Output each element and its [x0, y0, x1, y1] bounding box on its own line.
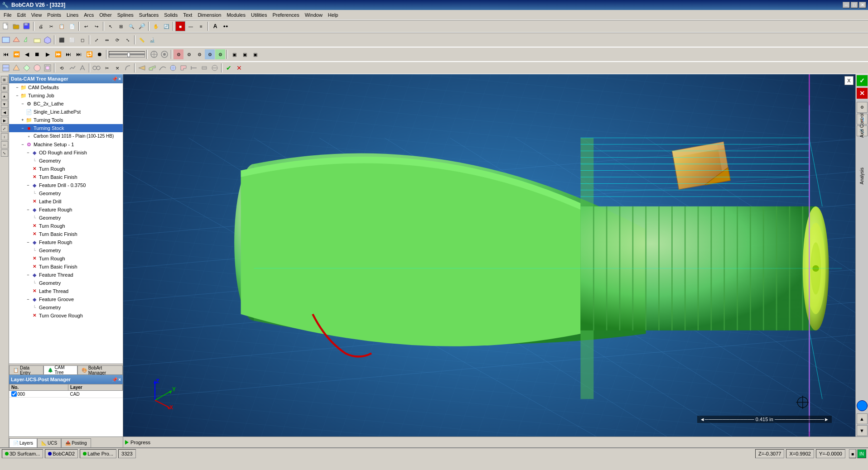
expand-feature-rough3[interactable]: − — [25, 240, 31, 245]
font-btn[interactable]: A — [210, 21, 220, 31]
tree-node-feature-rough3[interactable]: − ◆ Feature Rough — [9, 238, 123, 246]
t4-chain[interactable] — [92, 63, 101, 73]
menu-modules[interactable]: Modules — [224, 11, 248, 19]
view-iso-btn[interactable] — [43, 35, 53, 45]
cam-tool1[interactable]: ⚙ — [174, 49, 183, 59]
undo-btn[interactable]: ↩ — [81, 21, 91, 31]
tree-node-turn-basic-finish3[interactable]: ✕ Turn Basic Finish — [9, 263, 123, 271]
print-btn[interactable]: 🖨 — [36, 21, 46, 31]
menu-lines[interactable]: Lines — [64, 11, 81, 19]
pan-btn[interactable]: ✋ — [151, 21, 161, 31]
analyse-btn[interactable]: 🔬 — [147, 35, 157, 45]
menu-text[interactable]: Text — [180, 11, 195, 19]
t4-check[interactable]: ✔ — [224, 63, 234, 73]
layer-panel-close[interactable]: × — [118, 377, 121, 382]
redo-btn[interactable]: ↪ — [92, 21, 101, 31]
menu-solids[interactable]: Solids — [161, 11, 180, 19]
menu-preferences[interactable]: Preferences — [270, 11, 302, 19]
loop-btn[interactable]: 🔁 — [84, 49, 94, 59]
tree-node-turn-groove-rough[interactable]: ✕ Turn Groove Rough — [9, 312, 123, 320]
tree-node-geom3[interactable]: └ Geometry — [9, 214, 123, 222]
cam-post3[interactable]: ▣ — [250, 49, 260, 59]
viewport-close-btn[interactable]: X — [844, 76, 854, 85]
goto-start-btn[interactable]: ⏮ — [1, 49, 11, 59]
expand-feature-rough2[interactable]: − — [25, 207, 31, 212]
t4-trim[interactable]: ✂ — [102, 63, 112, 73]
tab-posting[interactable]: 📤 Posting — [61, 438, 91, 447]
tree-node-machine-setup[interactable]: − ⚙ Machine Setup - 1 — [9, 140, 123, 149]
status-red-1[interactable]: ✕ — [857, 88, 868, 99]
t4-1[interactable] — [1, 63, 11, 73]
cam-tree-close[interactable]: × — [118, 77, 121, 82]
zoom-out-btn[interactable]: 🔎 — [137, 21, 147, 31]
menu-dimension[interactable]: Dimension — [195, 11, 224, 19]
status-btn-2[interactable]: IN — [857, 449, 866, 458]
tab-bobart[interactable]: 🎨 BobArt Manager — [77, 365, 123, 374]
t4-3[interactable] — [22, 63, 32, 73]
rotate2-btn[interactable]: ⟳ — [112, 35, 122, 45]
expand-od-rough[interactable]: − — [25, 150, 31, 155]
zoom-all-btn[interactable]: ⊞ — [116, 21, 126, 31]
layer-panel-pin[interactable]: 📌 — [112, 377, 117, 382]
t4-lathe6[interactable] — [189, 63, 199, 73]
wireframe-btn[interactable]: ⬜ — [67, 35, 77, 45]
play-back-btn[interactable]: ◀ — [22, 49, 32, 59]
menu-utilities[interactable]: Utilities — [248, 11, 270, 19]
tree-node-feature-thread[interactable]: − ◆ Feature Thread — [9, 271, 123, 279]
t4-8[interactable] — [77, 63, 87, 73]
menu-splines[interactable]: Splines — [115, 11, 136, 19]
cam-tool5[interactable]: ⚙ — [215, 49, 225, 59]
layer-vis-0[interactable] — [11, 391, 17, 397]
select-btn[interactable]: ↖ — [106, 21, 116, 31]
expand-bc2x[interactable]: − — [20, 101, 25, 106]
color-btn[interactable]: ■ — [175, 21, 185, 31]
view-3d-btn[interactable] — [11, 35, 21, 45]
cam-post2[interactable]: ▣ — [240, 49, 250, 59]
t4-2[interactable] — [11, 63, 21, 73]
line-width-btn[interactable]: ≡ — [196, 21, 206, 31]
status-btn-1[interactable]: ■ — [849, 449, 856, 458]
t4-7[interactable] — [67, 63, 77, 73]
menu-edit[interactable]: Edit — [14, 11, 29, 19]
analysis-arrow-dn[interactable]: ▼ — [857, 425, 868, 436]
tab-data-entry[interactable]: 📋 Data Entry — [9, 365, 43, 374]
stop-btn[interactable]: ⏹ — [32, 49, 42, 59]
t4-lathe7[interactable] — [199, 63, 209, 73]
expand-cam-defaults[interactable]: − — [14, 85, 20, 90]
tab-layers[interactable]: 📄 Layers — [9, 438, 37, 447]
paste-btn[interactable]: 📄 — [67, 21, 77, 31]
strip-btn-2[interactable]: ⊠ — [1, 84, 8, 91]
strip-btn-3[interactable]: ▲ — [1, 92, 8, 100]
t4-lathe2[interactable] — [147, 63, 157, 73]
t4-lathe3[interactable] — [158, 63, 168, 73]
view-side-btn[interactable] — [22, 35, 32, 45]
shade-btn[interactable]: ⬛ — [57, 35, 67, 45]
strip-btn-7[interactable]: ⤢ — [1, 125, 8, 132]
strip-btn-5[interactable]: ◀ — [1, 109, 8, 116]
cam-tree-content[interactable]: − 📁 CAM Defaults − 📁 Turning Job − ⚙ BC_… — [9, 83, 123, 364]
step-fwd-btn[interactable]: ⏩ — [53, 49, 63, 59]
tree-node-feature-rough2[interactable]: − ◆ Feature Rough — [9, 206, 123, 214]
strip-btn-1[interactable]: ⊞ — [1, 76, 8, 83]
t4-lathe1[interactable] — [137, 63, 147, 73]
tree-node-lathe-drill[interactable]: ✕ Lathe Drill — [9, 197, 123, 206]
tree-node-geom1[interactable]: └ Geometry — [9, 157, 123, 165]
tree-node-turn-rough1[interactable]: ✕ Turn Rough — [9, 165, 123, 173]
expand-turning-job[interactable]: − — [14, 93, 20, 98]
tree-node-lathe-thread[interactable]: ✕ Lathe Thread — [9, 287, 123, 295]
analysis-circle-btn[interactable] — [857, 400, 868, 411]
tree-node-turn-rough2[interactable]: ✕ Turn Rough — [9, 222, 123, 230]
minimize-btn[interactable]: ─ — [843, 2, 850, 8]
snap-btn[interactable]: ●● — [221, 21, 231, 31]
expand-turning-stock[interactable]: − — [20, 125, 25, 131]
measure-btn[interactable]: 📏 — [137, 35, 147, 45]
t4-lathe4[interactable] — [168, 63, 178, 73]
tree-node-turning-tools[interactable]: + 📁 Turning Tools — [9, 116, 123, 124]
cam-tree-pin[interactable]: 📌 — [112, 77, 117, 82]
t4-4[interactable] — [32, 63, 42, 73]
fast-fwd-btn[interactable]: ⏭ — [74, 49, 84, 59]
rotate-btn[interactable]: 🔄 — [161, 21, 171, 31]
tree-node-od-rough[interactable]: − ◆ OD Rough and Finish — [9, 149, 123, 157]
expand-turning-tools[interactable]: + — [20, 117, 25, 123]
tree-node-turn-basic-finish1[interactable]: ✕ Turn Basic Finish — [9, 173, 123, 181]
